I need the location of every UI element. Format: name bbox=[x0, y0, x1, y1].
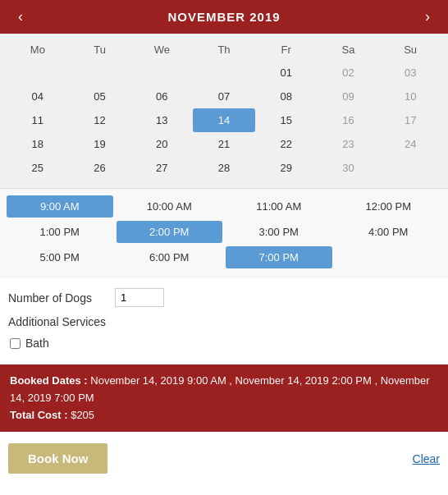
dogs-input[interactable] bbox=[115, 288, 164, 307]
day-header: Fr bbox=[255, 39, 318, 61]
day-cell[interactable]: 09 bbox=[318, 85, 380, 108]
day-cell bbox=[69, 61, 131, 85]
dogs-label: Number of Dogs bbox=[8, 291, 115, 305]
day-cell[interactable]: 12 bbox=[69, 108, 131, 132]
day-cell[interactable]: 07 bbox=[193, 85, 255, 108]
day-headers: MoTuWeThFrSaSu bbox=[7, 39, 441, 61]
services-row: Additional Services bbox=[8, 315, 440, 328]
day-header: Su bbox=[379, 39, 441, 61]
day-cell bbox=[7, 61, 69, 85]
day-header: We bbox=[130, 39, 193, 61]
services-label: Additional Services bbox=[8, 315, 115, 328]
time-slot-row: 9:00 AM10:00 AM11:00 AM12:00 PM bbox=[7, 195, 441, 218]
day-cell bbox=[193, 61, 255, 85]
time-slot[interactable]: 2:00 PM bbox=[117, 221, 223, 243]
dogs-row: Number of Dogs bbox=[8, 288, 440, 307]
booked-label: Booked Dates : bbox=[10, 374, 88, 387]
time-slot[interactable]: 9:00 AM bbox=[7, 195, 113, 218]
day-cell[interactable]: 20 bbox=[130, 132, 193, 156]
day-cell[interactable]: 24 bbox=[379, 132, 441, 156]
bath-label: Bath bbox=[25, 337, 49, 350]
calendar-grid: MoTuWeThFrSaSu 0102030405060708091011121… bbox=[0, 34, 448, 188]
day-cell[interactable]: 21 bbox=[193, 132, 255, 156]
day-header: Tu bbox=[69, 39, 131, 61]
day-cell[interactable]: 28 bbox=[193, 156, 255, 180]
time-rows: 9:00 AM10:00 AM11:00 AM12:00 PM1:00 PM2:… bbox=[7, 195, 441, 268]
day-cell[interactable]: 19 bbox=[69, 132, 131, 156]
form-section: Number of Dogs Additional Services Bath bbox=[0, 278, 448, 364]
day-cell[interactable]: 23 bbox=[318, 132, 380, 156]
day-cell[interactable]: 15 bbox=[255, 108, 318, 132]
week-row: 252627282930 bbox=[7, 156, 441, 180]
week-row: 010203 bbox=[7, 61, 441, 85]
time-slot-row: 1:00 PM2:00 PM3:00 PM4:00 PM bbox=[7, 221, 441, 243]
week-row: 04050607080910 bbox=[7, 85, 441, 108]
day-header: Mo bbox=[7, 39, 69, 61]
time-slot[interactable]: 6:00 PM bbox=[117, 246, 223, 268]
day-cell[interactable]: 18 bbox=[7, 132, 69, 156]
day-cell[interactable]: 25 bbox=[7, 156, 69, 180]
booked-dates-line: Booked Dates : November 14, 2019 9:00 AM… bbox=[10, 373, 438, 407]
day-cell[interactable]: 05 bbox=[69, 85, 131, 108]
day-cell bbox=[130, 61, 193, 85]
day-cell[interactable]: 27 bbox=[130, 156, 193, 180]
day-cell bbox=[379, 156, 441, 180]
day-cell[interactable]: 14 bbox=[193, 108, 255, 132]
summary-box: Booked Dates : November 14, 2019 9:00 AM… bbox=[0, 364, 448, 432]
time-slot[interactable]: 3:00 PM bbox=[226, 221, 332, 243]
month-title: NOVEMBER 2019 bbox=[167, 10, 280, 24]
clear-button[interactable]: Clear bbox=[413, 452, 440, 465]
cost-value: $205 bbox=[71, 409, 94, 421]
day-cell[interactable]: 06 bbox=[130, 85, 193, 108]
prev-month-button[interactable]: ‹ bbox=[13, 8, 28, 25]
day-cell[interactable]: 02 bbox=[318, 61, 380, 85]
time-slot[interactable]: 12:00 PM bbox=[336, 195, 442, 218]
day-cell[interactable]: 17 bbox=[379, 108, 441, 132]
cost-label: Total Cost : bbox=[10, 409, 68, 421]
time-slot[interactable]: 1:00 PM bbox=[7, 221, 113, 243]
day-cell[interactable]: 03 bbox=[379, 61, 441, 85]
total-cost-line: Total Cost : $205 bbox=[10, 407, 438, 424]
week-row: 18192021222324 bbox=[7, 132, 441, 156]
footer-row: Book Now Clear bbox=[0, 440, 448, 482]
day-cell[interactable]: 10 bbox=[379, 85, 441, 108]
day-cell[interactable]: 26 bbox=[69, 156, 131, 180]
time-slot[interactable]: 7:00 PM bbox=[226, 246, 332, 268]
day-cell[interactable]: 29 bbox=[255, 156, 318, 180]
day-header: Th bbox=[193, 39, 255, 61]
day-cell[interactable]: 30 bbox=[318, 156, 380, 180]
day-header: Sa bbox=[318, 39, 380, 61]
calendar-weeks: 0102030405060708091011121314151617181920… bbox=[7, 61, 441, 180]
day-cell[interactable]: 08 bbox=[255, 85, 318, 108]
time-slots-container: 9:00 AM10:00 AM11:00 AM12:00 PM1:00 PM2:… bbox=[0, 188, 448, 278]
time-slot[interactable]: 5:00 PM bbox=[7, 246, 113, 268]
time-slot[interactable]: 4:00 PM bbox=[336, 221, 442, 243]
book-now-button[interactable]: Book Now bbox=[8, 443, 107, 474]
week-row: 11121314151617 bbox=[7, 108, 441, 132]
time-slot-row: 5:00 PM6:00 PM7:00 PM bbox=[7, 246, 441, 268]
time-slot[interactable]: 11:00 AM bbox=[226, 195, 332, 218]
bath-row: Bath bbox=[8, 337, 440, 350]
next-month-button[interactable]: › bbox=[420, 8, 435, 25]
day-cell[interactable]: 04 bbox=[7, 85, 69, 108]
time-slot[interactable]: 10:00 AM bbox=[117, 195, 223, 218]
calendar-header: ‹ NOVEMBER 2019 › bbox=[0, 0, 448, 34]
day-cell[interactable]: 16 bbox=[318, 108, 380, 132]
time-slot bbox=[336, 246, 442, 268]
bath-checkbox[interactable] bbox=[10, 338, 21, 349]
day-cell[interactable]: 22 bbox=[255, 132, 318, 156]
day-cell[interactable]: 13 bbox=[130, 108, 193, 132]
day-cell[interactable]: 11 bbox=[7, 108, 69, 132]
day-cell[interactable]: 01 bbox=[255, 61, 318, 85]
